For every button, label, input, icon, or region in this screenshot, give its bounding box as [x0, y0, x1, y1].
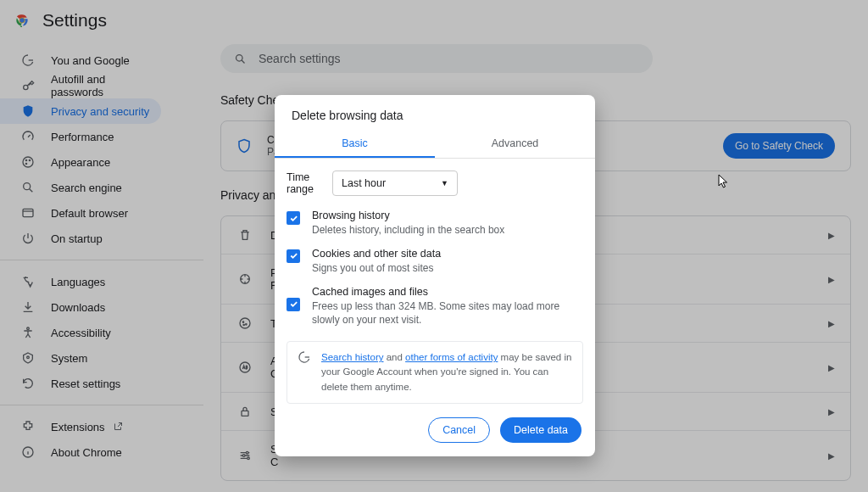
option-browsing-history: Browsing history Deletes history, includ…	[275, 201, 595, 239]
dialog-actions: Cancel Delete data	[275, 404, 595, 444]
dialog-tabs: Basic Advanced	[275, 131, 595, 159]
tab-advanced[interactable]: Advanced	[435, 131, 595, 158]
time-range-value: Last hour	[342, 177, 386, 189]
google-g-icon	[298, 350, 311, 394]
option-title: Cookies and other site data	[312, 248, 441, 260]
checkbox-browsing-history[interactable]	[287, 211, 300, 225]
cancel-button[interactable]: Cancel	[428, 417, 490, 443]
checkbox-cache[interactable]	[287, 298, 300, 311]
option-desc: Deletes history, including in the search…	[312, 223, 504, 238]
dialog-title: Delete browsing data	[275, 95, 595, 131]
option-desc: Frees up less than 324 MB. Some sites ma…	[312, 299, 578, 328]
time-range-label: Time range	[287, 171, 332, 195]
notice-text: Search history and other forms of activi…	[321, 350, 572, 394]
option-cookies: Cookies and other site data Signs you ou…	[275, 239, 595, 277]
option-desc: Signs you out of most sites	[312, 261, 441, 276]
link-other-activity[interactable]: other forms of activity	[405, 352, 498, 362]
link-search-history[interactable]: Search history	[321, 352, 384, 362]
option-cache: Cached images and files Frees up less th…	[275, 277, 595, 330]
option-title: Browsing history	[312, 210, 504, 221]
chevron-down-icon: ▼	[441, 179, 448, 187]
option-title: Cached images and files	[312, 286, 578, 298]
delete-browsing-data-dialog: Delete browsing data Basic Advanced Time…	[275, 95, 595, 456]
time-range-field: Time range Last hour ▼	[275, 159, 595, 201]
notice: Search history and other forms of activi…	[287, 341, 583, 404]
time-range-select[interactable]: Last hour ▼	[332, 171, 458, 196]
checkbox-cookies[interactable]	[287, 249, 300, 263]
delete-data-button[interactable]: Delete data	[500, 417, 581, 443]
tab-basic[interactable]: Basic	[275, 131, 435, 158]
